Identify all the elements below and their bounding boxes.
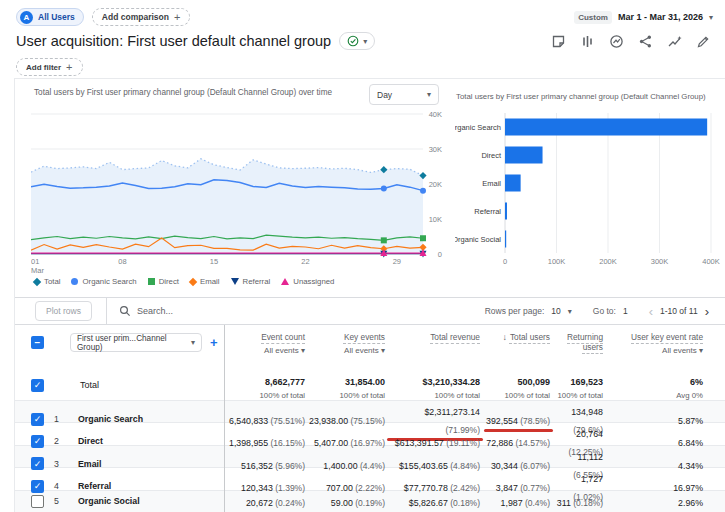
legend-item-unassigned[interactable]: Unassigned xyxy=(281,277,334,286)
row-checkbox[interactable] xyxy=(31,457,44,470)
select-all-checkbox[interactable] xyxy=(31,336,44,349)
event-scope-select[interactable]: All events ▾ xyxy=(309,346,385,355)
table-cell: 30,344 (6.07%) xyxy=(484,455,554,473)
date-range-picker[interactable]: Custom Mar 1 - Mar 31, 2026 ▾ xyxy=(574,11,713,24)
search-input[interactable] xyxy=(137,306,277,316)
row-checkbox[interactable] xyxy=(31,379,44,392)
legend-label: Unassigned xyxy=(293,277,334,286)
add-filter-button[interactable]: Add filter + xyxy=(16,58,83,76)
share-icon[interactable] xyxy=(638,34,653,49)
insights-icon[interactable] xyxy=(667,34,682,49)
x-axis-label: 300K xyxy=(651,257,669,266)
table-cell: 4.34% xyxy=(607,455,725,473)
total-label: Total xyxy=(80,380,99,390)
legend-item-direct[interactable]: Direct xyxy=(148,277,179,286)
segment-chip-all-users[interactable]: A All Users xyxy=(16,8,84,26)
legend-marker xyxy=(33,277,41,285)
row-checkbox[interactable] xyxy=(31,495,44,508)
rows-per-page-value[interactable]: 10 xyxy=(551,306,560,316)
legend-label: Direct xyxy=(159,277,179,286)
col-header-total-users[interactable]: ↓Total users xyxy=(484,325,554,342)
table-cell: 1,400.00 (4.4%) xyxy=(309,455,389,473)
next-page-icon[interactable]: › xyxy=(705,305,709,318)
bar-organic-social[interactable] xyxy=(505,231,506,248)
series-marker[interactable] xyxy=(420,235,426,241)
table-body: 1Organic Search6,540,833 (75.51%)23,938.… xyxy=(15,401,725,512)
col-header-user-key-event-rate[interactable]: User key event rate All events ▾ xyxy=(607,325,725,355)
granularity-select[interactable]: Day ▾ xyxy=(369,84,439,105)
legend-marker xyxy=(189,277,197,285)
channel-name: Organic Search xyxy=(78,414,143,424)
chevron-down-icon: ▾ xyxy=(709,13,713,22)
table-cell: 6%Avg 0% xyxy=(607,371,725,400)
legend-marker xyxy=(148,278,155,285)
table-cell: $613,391.57 (19.11%) xyxy=(389,432,484,450)
bar-category-label: Direct xyxy=(481,151,502,160)
y-axis-label: 30K xyxy=(429,145,442,154)
table-cell: 72,886 (14.57%) xyxy=(484,432,554,450)
segment-avatar: A xyxy=(20,11,33,24)
table-row-organic-search[interactable]: 1Organic Search6,540,833 (75.51%)23,938.… xyxy=(15,401,725,423)
event-scope-select[interactable]: All events ▾ xyxy=(224,346,305,355)
table-cell: $155,403.65 (4.84%) xyxy=(389,455,484,473)
legend-label: Organic Search xyxy=(82,277,136,286)
bar-chart-title: Total users by First user primary channe… xyxy=(456,92,723,101)
scorecard-icon[interactable] xyxy=(609,34,624,49)
table-row-organic-social[interactable]: 5Organic Social20,672 (0.24%)59.00 (0.19… xyxy=(15,491,725,512)
data-quality-badge[interactable]: ▾ xyxy=(339,32,375,50)
series-marker[interactable] xyxy=(381,237,387,243)
bar-chart-panel: Total users by First user primary channe… xyxy=(455,79,725,297)
chevron-down-icon: ▾ xyxy=(427,90,431,99)
legend-item-total[interactable]: Total xyxy=(34,277,60,286)
bar-chart[interactable]: 0100K200K300K400KOrganic SearchDirectEma… xyxy=(455,105,725,271)
bar-referral[interactable] xyxy=(505,203,507,220)
row-checkbox[interactable] xyxy=(31,413,44,426)
bar-email[interactable] xyxy=(505,175,521,192)
channel-name: Direct xyxy=(78,436,103,446)
bar-direct[interactable] xyxy=(505,147,543,164)
legend-item-referral[interactable]: Referral xyxy=(231,277,271,286)
table-total-row: Total8,662,777100% of total31,854.00100%… xyxy=(15,370,725,401)
note-icon[interactable] xyxy=(551,34,566,49)
col-header-returning-users[interactable]: Returning users xyxy=(554,325,607,352)
series-marker[interactable] xyxy=(381,186,387,192)
chevron-down-icon: ▾ xyxy=(699,346,703,355)
row-checkbox[interactable] xyxy=(31,435,44,448)
report-card: Total users by First user primary channe… xyxy=(14,78,725,512)
row-checkbox[interactable] xyxy=(31,480,44,493)
add-comparison-button[interactable]: Add comparison + xyxy=(92,8,191,26)
col-header-total-revenue[interactable]: Total revenue xyxy=(389,325,484,342)
table-cell: 6,540,833 (75.51%) xyxy=(224,410,309,428)
col-header-event-count[interactable]: Event count All events ▾ xyxy=(224,325,309,355)
bar-organic-search[interactable] xyxy=(505,119,707,136)
legend-marker xyxy=(281,278,289,285)
line-chart[interactable]: 010K20K30K40K01Mar08152229 xyxy=(31,111,443,277)
legend-label: Referral xyxy=(243,277,271,286)
go-to-value[interactable]: 1 xyxy=(623,306,628,316)
page-title: User acquisition: First user default cha… xyxy=(16,33,331,49)
line-chart-panel: Total users by First user primary channe… xyxy=(15,79,449,297)
chevron-down-icon: ▾ xyxy=(301,346,305,355)
dimension-selector-label: First user prim...Channel Group) xyxy=(77,334,191,352)
plus-icon: + xyxy=(66,61,72,73)
legend-item-email[interactable]: Email xyxy=(190,277,220,286)
divider xyxy=(106,298,107,325)
bar-chart-icon[interactable] xyxy=(580,34,595,49)
dimension-selector[interactable]: First user prim...Channel Group) ▾ xyxy=(70,333,202,352)
dimension-cell: 5Organic Social xyxy=(15,495,224,508)
col-header-key-events[interactable]: Key events All events ▾ xyxy=(309,325,389,355)
table-search[interactable] xyxy=(119,305,277,317)
table-cell: 500,099100% of total xyxy=(484,371,554,400)
table-cell: 169,523100% of total xyxy=(554,371,607,400)
bar-category-label: Organic Search xyxy=(455,123,501,132)
legend-item-organic-search[interactable]: Organic Search xyxy=(71,277,136,286)
edit-pencil-icon[interactable] xyxy=(696,34,711,49)
prev-page-icon[interactable]: ‹ xyxy=(649,305,653,318)
plot-rows-button[interactable]: Plot rows xyxy=(35,301,92,321)
report-actions xyxy=(551,34,711,49)
series-marker[interactable] xyxy=(420,188,426,194)
event-scope-select[interactable]: All events ▾ xyxy=(607,346,703,355)
chevron-down-icon[interactable]: ▾ xyxy=(568,307,572,316)
channel-name: Email xyxy=(78,459,101,469)
add-dimension-button[interactable]: + xyxy=(210,335,218,350)
